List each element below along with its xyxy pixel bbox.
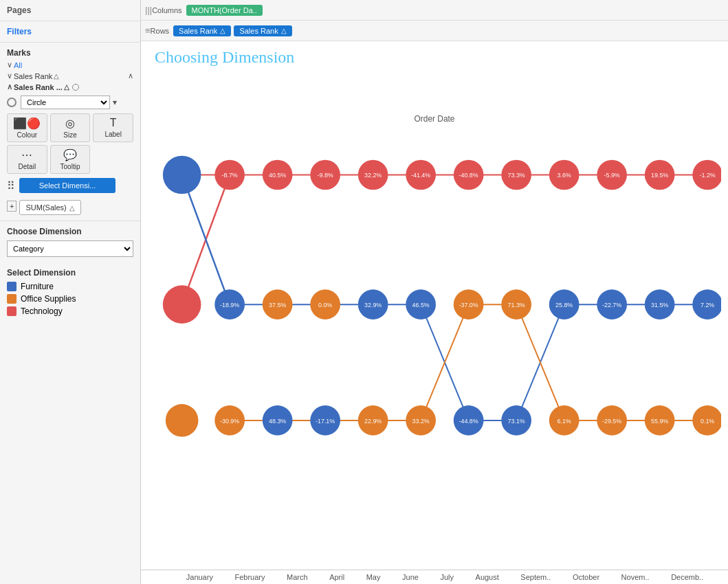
sales-rank-1-label: Sales Rank: [14, 72, 52, 80]
office-supplies-label: Office Supplies: [21, 294, 76, 304]
plus-icon: +: [7, 201, 16, 212]
x-label-jan: January: [186, 573, 213, 581]
size-cell[interactable]: ◎ Size: [50, 113, 91, 142]
large-circle-bottom[interactable]: [166, 404, 199, 437]
tech-val-apr: -9.8%: [317, 172, 333, 179]
sum-sales-label: SUM(Sales): [25, 203, 66, 212]
tech-val-oct: -5.9%: [604, 172, 619, 179]
marks-icons-grid: ⬛🔴 Colour ◎ Size T Label ⋯ Detail 💬 Tool…: [7, 113, 133, 174]
sales-rank-2-label: Sales Rank ...: [14, 83, 63, 91]
furn-val-aug: 71.3%: [507, 302, 525, 308]
marks-all-label: All: [14, 61, 22, 69]
select-dimension-title: Select Dimension: [7, 268, 133, 278]
rows-shelf: ≡ Rows Sales Rank △ Sales Rank △: [141, 21, 728, 41]
colour-icon: ⬛🔴: [13, 117, 41, 130]
rows-text: Rows: [151, 27, 170, 35]
tech-val-jun: -41.4%: [411, 172, 430, 179]
detail-icon: ⋯: [21, 148, 32, 161]
circle-select-row: Circle Square Bar Line ▾: [7, 96, 133, 109]
tooltip-icon: 💬: [63, 148, 77, 161]
furn-val-feb: -18.9%: [220, 302, 239, 308]
marks-bottom-row: ⠿ Select Dimensi...: [7, 178, 133, 193]
x-axis-row: January February March April May June Ju…: [141, 570, 728, 584]
office-val-sep: 6.1%: [557, 418, 571, 425]
furn-val-may: 32.9%: [364, 302, 382, 308]
columns-label: Columns: [152, 6, 181, 14]
x-label-sep: Septem..: [520, 573, 551, 581]
marks-all-row[interactable]: ∨ All: [7, 60, 133, 69]
sales-rank-pill-2[interactable]: Sales Rank △: [234, 25, 291, 36]
tech-val-mar: 40.5%: [269, 172, 286, 179]
office-val-jun: 33.2%: [412, 418, 429, 425]
detail-label: Detail: [19, 163, 36, 170]
x-label-nov: Novem..: [621, 573, 650, 581]
pill-1-delta: △: [220, 27, 225, 34]
office-val-oct: -29.5%: [602, 418, 621, 425]
tooltip-cell[interactable]: 💬 Tooltip: [50, 145, 91, 174]
furn-val-nov: 31.5%: [651, 302, 668, 308]
circle-caret: ▾: [113, 98, 117, 107]
main-area: ||| Columns MONTH(Order Da.. ≡ Rows Sale…: [141, 0, 728, 584]
month-pill[interactable]: MONTH(Order Da..: [186, 5, 263, 16]
size-icon: ◎: [65, 117, 75, 130]
delta1: △: [54, 72, 59, 80]
chart-title: Choosing Dimension: [155, 48, 714, 67]
month-pill-label: MONTH(Order Da..: [192, 6, 257, 14]
colour-cell[interactable]: ⬛🔴 Colour: [7, 113, 47, 142]
marks-sales-rank-1-row[interactable]: ∨ Sales Rank △ ∧: [7, 71, 133, 80]
circle-small-icon: [72, 84, 79, 91]
x-label-oct: October: [573, 573, 599, 581]
tooltip-label: Tooltip: [60, 163, 80, 170]
choose-dimension-select[interactable]: Category Region Segment: [7, 240, 133, 257]
columns-shelf: ||| Columns MONTH(Order Da..: [141, 0, 728, 21]
sales-rank-pill-2-label: Sales Rank: [239, 27, 278, 35]
chart-svg: Order Date: [148, 67, 721, 570]
large-circle-top[interactable]: [163, 156, 201, 194]
chart-area: Order Date: [141, 67, 728, 570]
size-label: Size: [63, 131, 76, 139]
colour-label: Colour: [17, 131, 37, 139]
label-cell[interactable]: T Label: [93, 113, 133, 142]
furniture-color-swatch: [7, 282, 16, 291]
furn-val-apr: 0.0%: [318, 302, 332, 308]
rows-shelf-icon: ≡: [145, 25, 151, 36]
office-val-nov: 55.9%: [651, 418, 668, 425]
marks-all-caret: ∨: [7, 60, 12, 69]
label-label: Label: [104, 131, 121, 138]
x-label-jun: June: [402, 573, 419, 581]
marks-sales-rank-2-row[interactable]: ∧ Sales Rank ... △: [7, 82, 133, 91]
legend-technology: Technology: [7, 306, 133, 316]
marks-section: Marks ∨ All ∨ Sales Rank △ ∧ ∧ Sales Ran…: [0, 43, 140, 221]
choose-dimension-title: Choose Dimension: [7, 227, 133, 236]
large-circle-mid[interactable]: [163, 285, 201, 324]
circle-select[interactable]: Circle Square Bar Line: [21, 96, 110, 109]
technology-color-swatch: [7, 306, 16, 316]
furn-val-dec: 7.2%: [701, 302, 714, 308]
furn-val-jul: -37.0%: [459, 302, 478, 308]
left-panel: Pages Filters Marks ∨ All ∨ Sales Rank △…: [0, 0, 141, 584]
x-label-may: May: [366, 573, 381, 581]
furn-val-mar: 37.5%: [269, 302, 286, 308]
detail-cell[interactable]: ⋯ Detail: [7, 145, 47, 174]
x-label-mar: March: [287, 573, 308, 581]
label-icon: T: [110, 117, 117, 129]
tech-val-may: 32.2%: [364, 172, 382, 179]
axis-title: Order Date: [415, 114, 455, 124]
office-val-dec: 0.1%: [701, 418, 714, 425]
sales-rank-pill-1-label: Sales Rank: [179, 27, 217, 35]
furniture-label: Furniture: [21, 282, 54, 291]
x-label-dec: Decemb..: [671, 573, 703, 581]
sales-rank-pill-1[interactable]: Sales Rank △: [173, 25, 231, 36]
legend-furniture: Furniture: [7, 282, 133, 291]
x-label-jul: July: [440, 573, 454, 581]
office-val-mar: 48.3%: [269, 418, 286, 425]
sum-sales-button[interactable]: SUM(Sales) △: [19, 200, 80, 215]
select-dimension-section: Select Dimension Furniture Office Suppli…: [0, 262, 140, 324]
select-dimension-button[interactable]: Select Dimensi...: [19, 178, 115, 193]
caret-right1: ∧: [128, 71, 133, 80]
x-label-aug: August: [476, 573, 499, 581]
furn-val-oct: -22.7%: [602, 302, 621, 308]
pill-2-delta: △: [281, 27, 287, 34]
caret2: ∧: [7, 82, 12, 91]
tech-val-feb: -8.7%: [221, 172, 237, 179]
